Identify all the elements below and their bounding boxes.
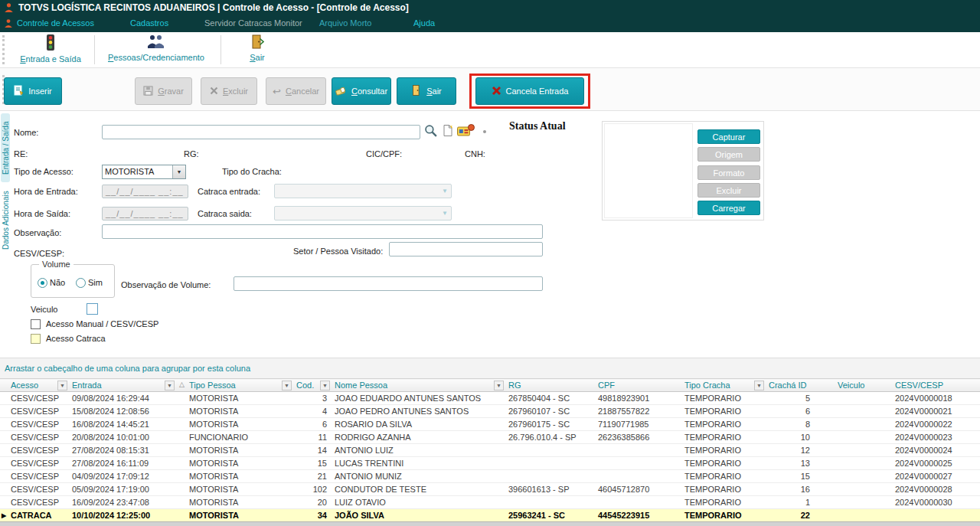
carregar-button[interactable]: Carregar [697, 201, 760, 215]
toolbar-grip[interactable] [2, 35, 5, 64]
row-indicator-header [0, 379, 8, 392]
catraca-saida-select[interactable]: ▼ [274, 206, 452, 221]
filter-dropdown-icon[interactable]: ▼ [57, 381, 67, 390]
acesso-catraca-checkbox[interactable] [31, 334, 41, 344]
column-header-entrada[interactable]: Entrada▼△ [69, 379, 186, 392]
veiculo-checkbox[interactable] [87, 303, 98, 315]
column-header-nome-pessoa[interactable]: Nome Pessoa▼ [332, 379, 505, 392]
row-indicator [0, 418, 8, 431]
obs-volume-input[interactable] [234, 276, 543, 291]
observacao-input[interactable] [102, 224, 543, 239]
observacao-label: Observação: [14, 228, 61, 237]
cell-tipo-pessoa: FUNCIONARIO [186, 431, 293, 444]
cell-acesso: CESV/CESP [8, 431, 69, 444]
hora-saida-input[interactable]: __/__/____ __:__ [102, 207, 188, 221]
toolbar-entrada-e-saida[interactable]: Entrada e Saída [11, 34, 90, 67]
column-header-tipo-pessoa[interactable]: Tipo Pessoa▼ [186, 379, 293, 392]
table-row[interactable]: CESV/CESP16/08/2024 14:45:21MOTORISTA6RO… [0, 418, 980, 431]
menu-ajuda[interactable]: Ajuda [413, 18, 435, 28]
cell-acesso: CESV/CESP [8, 405, 69, 418]
table-row[interactable]: CESV/CESP16/09/2024 23:47:08MOTORISTA20L… [0, 496, 980, 509]
column-header-cpf[interactable]: CPF [595, 379, 681, 392]
tab-entrada-saida[interactable]: Entrada / Saída [1, 113, 10, 182]
table-row[interactable]: CESV/CESP20/08/2024 10:01:00FUNCIONARIO1… [0, 431, 980, 444]
cell-tipo-cracha: TEMPORARIO [681, 483, 766, 496]
table-row[interactable]: CESV/CESP15/08/2024 12:08:56MOTORISTA4JO… [0, 405, 980, 418]
hora-entrada-input[interactable]: __/__/____ __:__ [102, 185, 188, 198]
volume-sim-radio[interactable]: Sim [76, 277, 103, 288]
cell-nome-pessoa: ANTONIO MUNIZ [332, 470, 505, 483]
catraca-entrada-select[interactable]: ▼ [274, 184, 452, 198]
table-row[interactable]: CESV/CESP04/09/2024 17:09:12MOTORISTA21A… [0, 470, 980, 483]
volume-nao-radio[interactable]: Não [38, 277, 65, 288]
capturar-button[interactable]: Capturar [697, 129, 760, 144]
tipo-cracha-label: Tipo do Cracha: [222, 167, 282, 176]
table-row[interactable]: CESV/CESP27/08/2024 08:15:31MOTORISTA14A… [0, 444, 980, 457]
horizontal-scrollbar[interactable] [0, 521, 980, 526]
group-by-hint: Arrastar o cabeçalho de uma coluna para … [0, 358, 980, 378]
menu-cadastros[interactable]: Cadastros [130, 18, 168, 28]
formato-button: Formato [697, 165, 760, 180]
cell-veiculo [835, 418, 892, 431]
filter-dropdown-icon[interactable]: ▼ [754, 381, 764, 390]
volume-legend: Volume [39, 260, 74, 269]
column-header-rg[interactable]: RG [505, 379, 595, 392]
badge-icon[interactable] [456, 123, 475, 139]
column-header-cod[interactable]: Cod.▼ [293, 379, 332, 392]
filter-dropdown-icon[interactable]: ▼ [320, 381, 330, 390]
row-indicator [0, 470, 8, 483]
column-header-label: CESV/CESP [895, 381, 943, 390]
column-header-label: Tipo Cracha [684, 381, 730, 390]
cancela-entrada-button[interactable]: Cancela Entrada [475, 77, 584, 105]
column-header-tipo-cracha[interactable]: Tipo Cracha▼ [681, 379, 766, 392]
group-by-hint-text: Arrastar o cabeçalho de uma coluna para … [5, 364, 250, 373]
menu-servidor-catracas-monitor[interactable]: Servidor Catracas Monitor [204, 18, 302, 28]
row-indicator [0, 405, 8, 418]
new-document-icon[interactable] [443, 124, 453, 137]
filter-dropdown-icon[interactable]: ▼ [282, 381, 292, 390]
column-header-cesv-cesp[interactable]: CESV/CESP [892, 379, 980, 392]
cell-veiculo [835, 444, 892, 457]
menu-arquivo-morto[interactable]: Arquivo Morto [319, 18, 371, 28]
cell-rg: 25963241 - SC [505, 509, 595, 522]
table-row[interactable]: CESV/CESP27/08/2024 16:11:09MOTORISTA15L… [0, 457, 980, 470]
cell-nome-pessoa: RODRIGO AZANHA [332, 431, 505, 444]
radio-label: Sim [88, 278, 103, 287]
cell-entrada: 16/08/2024 14:45:21 [69, 418, 186, 431]
cell-cpf [595, 444, 681, 457]
cell-cpf: 26236385866 [595, 431, 681, 444]
cell-cesv-cesp [892, 509, 980, 522]
cell-entrada: 10/10/2024 12:25:00 [69, 509, 186, 522]
cell-veiculo [835, 470, 892, 483]
toolbar-sair[interactable]: Sair [234, 34, 281, 67]
cell-tipo-cracha: TEMPORARIO [681, 457, 766, 470]
tab-dados-adicionais[interactable]: Dados Adicionais [1, 184, 10, 256]
excluir-foto-button: Excluir [697, 183, 760, 198]
setor-input[interactable] [389, 242, 543, 256]
column-header-acesso[interactable]: Acesso▼ [8, 379, 69, 392]
table-row[interactable]: CESV/CESP05/09/2024 17:19:00MOTORISTA102… [0, 483, 980, 496]
inserir-button[interactable]: Inserir [4, 77, 62, 105]
acesso-manual-checkbox[interactable] [31, 319, 41, 329]
chevron-down-icon[interactable]: ▼ [172, 165, 185, 178]
filter-dropdown-icon[interactable]: ▼ [494, 381, 504, 390]
cell-tipo-pessoa: MOTORISTA [186, 392, 293, 405]
nome-input[interactable] [102, 125, 420, 139]
cell-veiculo [835, 392, 892, 405]
filter-dropdown-icon[interactable]: ▼ [165, 381, 175, 390]
table-row-selected[interactable]: ▶CATRACA10/10/2024 12:25:00MOTORISTA34JO… [0, 509, 980, 522]
cell-tipo-pessoa: MOTORISTA [186, 444, 293, 457]
table-row[interactable]: CESV/CESP09/08/2024 16:29:44MOTORISTA3JO… [0, 392, 980, 405]
sair-button[interactable]: Sair [397, 77, 456, 105]
column-header-veiculo[interactable]: Veiculo [835, 379, 892, 392]
cell-entrada: 27/08/2024 08:15:31 [69, 444, 186, 457]
cell-veiculo [835, 405, 892, 418]
column-header-crach-id[interactable]: Crachá ID [766, 379, 835, 392]
toolbar-pessoas-credenciamento[interactable]: Pessoas/Credenciamento [100, 34, 213, 67]
search-icon[interactable] [423, 123, 438, 138]
consultar-button[interactable]: Consultar [332, 77, 391, 105]
tipo-acesso-select[interactable]: MOTORISTA ▼ [102, 165, 186, 179]
menu-controle-de-acessos[interactable]: Controle de Acessos [17, 18, 94, 28]
cell-nome-pessoa: ROSARIO DA SILVA [332, 418, 505, 431]
cell-cpf: 46045712870 [595, 483, 681, 496]
